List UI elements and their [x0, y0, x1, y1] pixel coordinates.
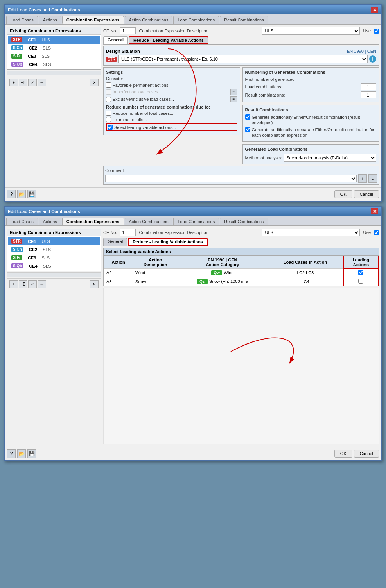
d2-use-label: Use — [363, 230, 371, 235]
subtab-general[interactable]: General — [103, 36, 128, 44]
d2-add-combo-b-button[interactable]: +B — [19, 280, 27, 288]
combo-list-panel: Existing Combination Expressions STR CE1… — [7, 27, 101, 70]
combo-item-ce3[interactable]: S Fr CE3 SLS — [8, 254, 100, 262]
design-situation-box: Design Situation EN 1990 | CEN STR ULS (… — [103, 46, 379, 66]
add-combo-b-button[interactable]: +B — [19, 79, 27, 86]
method-select[interactable]: Second-order analysis (P-Delta) — [284, 154, 376, 162]
d2-combo-table: STR CE1 ULS S Ch CE2 SLS S Fr CE3 SLS S … — [7, 236, 101, 271]
dialog2-tabs: Load Cases Actions Combination Expressio… — [5, 216, 381, 226]
d2-combo-list-panel: Existing Combination Expressions STR CE1… — [7, 229, 101, 271]
lva-category: QsSnow (H ≤ 1000 m a — [178, 277, 267, 286]
add-combo-button[interactable]: + — [9, 79, 18, 86]
combo-item-ce1[interactable]: STR CE1 ULS — [8, 36, 100, 44]
d2-load-button[interactable]: 📂 — [17, 449, 26, 458]
d2-tab-result-combinations[interactable]: Result Combinations — [220, 218, 268, 225]
d2-save-file-button[interactable]: 💾 — [27, 449, 36, 458]
select-lva-box: Select Leading Variable Actions Action A… — [103, 248, 379, 286]
d2-tab-combination-expressions[interactable]: Combination Expressions — [62, 218, 124, 225]
consider-label: Consider: — [106, 76, 237, 81]
d2-tab-action-combinations[interactable]: Action Combinations — [125, 218, 173, 225]
comment-select[interactable] — [105, 175, 357, 182]
lva-row: A2 Wind QwWind LC2 LC3 — [104, 268, 379, 277]
leading-checkbox-A3[interactable] — [358, 279, 363, 284]
ce-no-input[interactable] — [120, 27, 136, 34]
combo-type: SLS — [41, 263, 53, 269]
rc-label2: Generate additionally a separate Either/… — [252, 127, 377, 138]
combo-item-ce2[interactable]: S Ch CE2 SLS — [8, 245, 100, 254]
d2-subtab-reduce[interactable]: Reduce - Leading Variable Actions — [128, 238, 208, 246]
combo-type: SLS — [41, 45, 52, 51]
subtab-reduce[interactable]: Reduce - Leading Variable Actions — [129, 36, 208, 44]
save-button[interactable]: ✓ — [28, 79, 37, 86]
cancel-button-1[interactable]: Cancel — [354, 190, 379, 198]
rc-check2[interactable] — [245, 127, 250, 132]
d2-ce-no-input[interactable] — [120, 229, 136, 236]
combo-type: SLS — [41, 247, 52, 253]
delete-button[interactable]: ✕ — [90, 79, 99, 86]
leading-checkbox-A2[interactable] — [358, 270, 363, 275]
lva-leading-check[interactable] — [344, 268, 378, 277]
comment-add-button[interactable]: + — [358, 174, 367, 183]
combo-item-ce3[interactable]: S Fr CE3 SLS — [8, 52, 100, 60]
examine-checkbox[interactable] — [106, 117, 111, 122]
dialog2-close-button[interactable]: ✕ — [371, 208, 378, 214]
favorable-checkbox[interactable] — [106, 82, 111, 88]
info-button[interactable]: i — [369, 55, 376, 63]
tab-result-combinations[interactable]: Result Combinations — [220, 16, 268, 24]
combo-name: CE2 — [27, 45, 39, 51]
tab-combination-expressions[interactable]: Combination Expressions — [62, 16, 124, 24]
d2-save-button[interactable]: ✓ — [28, 280, 37, 288]
combo-item-ce2[interactable]: S Ch CE2 SLS — [8, 44, 100, 52]
use-checkbox[interactable] — [374, 29, 379, 34]
d2-add-combo-button[interactable]: + — [9, 280, 18, 288]
comment-edit-button[interactable]: ≡ — [368, 174, 377, 183]
tab-load-cases[interactable]: Load Cases — [6, 16, 38, 24]
combo-item-ce4[interactable]: S Qb CE4 SLS — [8, 60, 100, 68]
dialog1-footer: ? 📂 💾 OK Cancel — [5, 187, 381, 201]
ds-select[interactable]: ULS (STR/GEO) - Permanent / transient - … — [118, 55, 368, 63]
d2-tab-load-cases[interactable]: Load Cases — [6, 218, 38, 225]
combo-name: CE3 — [26, 255, 38, 261]
d2-combo-scrollbar[interactable] — [7, 272, 101, 277]
d2-ce-desc-select[interactable]: ULS — [262, 229, 360, 236]
d2-subtab-general[interactable]: General — [103, 238, 127, 246]
d2-tab-load-combinations[interactable]: Load Combinations — [173, 218, 219, 225]
load-button-1[interactable]: 📂 — [17, 190, 26, 198]
ok-button-2[interactable]: OK — [334, 450, 352, 458]
d2-delete-button[interactable]: ✕ — [90, 280, 99, 288]
lva-leading-check[interactable] — [344, 277, 378, 286]
combo-table: STR CE1 ULS S Ch CE2 SLS S Fr CE3 SLS S … — [7, 35, 101, 69]
combo-item-ce1[interactable]: STR CE1 ULS — [8, 237, 100, 245]
help-button-1[interactable]: ? — [7, 190, 16, 198]
result-comb-input[interactable] — [361, 91, 376, 98]
cancel-button-2[interactable]: Cancel — [354, 450, 379, 458]
exclusive-edit-icon[interactable]: ≡ — [230, 96, 237, 102]
combo-item-ce4[interactable]: S Qb CE4 SLS — [8, 262, 100, 270]
combo-scrollbar[interactable] — [7, 71, 101, 75]
imperfection-edit-icon[interactable]: ≡ — [230, 89, 237, 95]
ce-desc-select[interactable]: ULS — [262, 27, 360, 35]
dialog1-close-button[interactable]: ✕ — [371, 7, 378, 13]
select-leading-checkbox[interactable] — [108, 125, 113, 130]
dialog2-titlebar: Edit Load Cases and Combinations ✕ — [5, 207, 381, 216]
glc-title: Generated Load Combinations — [245, 147, 377, 152]
reduce-lc-checkbox[interactable] — [106, 111, 111, 116]
ok-button-1[interactable]: OK — [334, 190, 352, 198]
d2-help-button[interactable]: ? — [7, 449, 16, 458]
undo-button[interactable]: ↩ — [38, 79, 46, 86]
ds-label: Design Situation — [106, 49, 140, 54]
combo-name: CE2 — [27, 247, 39, 253]
d2-use-checkbox[interactable] — [374, 230, 379, 235]
d2-tab-actions[interactable]: Actions — [39, 218, 61, 225]
imperfection-checkbox[interactable] — [106, 89, 111, 95]
tab-load-combinations[interactable]: Load Combinations — [173, 16, 219, 24]
exclusive-checkbox[interactable] — [106, 97, 111, 102]
d2-undo-button[interactable]: ↩ — [38, 280, 46, 288]
lva-table: Action ActionDescription EN 1990 | CENAc… — [104, 256, 379, 286]
tab-actions[interactable]: Actions — [39, 16, 61, 24]
tab-action-combinations[interactable]: Action Combinations — [125, 16, 173, 24]
rc-check1[interactable] — [245, 114, 250, 120]
save-file-button-1[interactable]: 💾 — [27, 190, 36, 198]
load-comb-input[interactable] — [361, 83, 376, 90]
settings-title: Settings — [106, 70, 237, 75]
